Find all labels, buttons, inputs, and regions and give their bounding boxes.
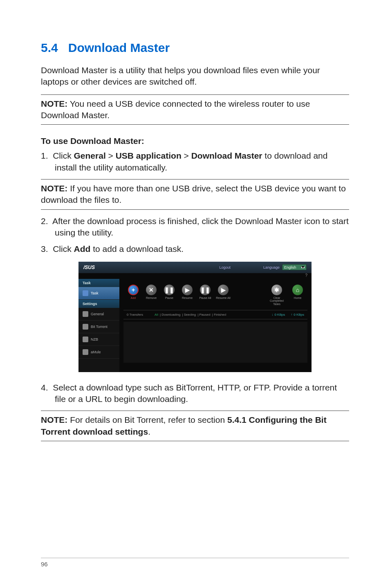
asus-logo: /SUS	[83, 265, 219, 270]
step-num: 4.	[41, 383, 48, 392]
note-label: NOTE:	[41, 184, 67, 193]
intro-paragraph: Download Master is a utility that helps …	[41, 65, 349, 88]
txt: >	[106, 151, 116, 160]
sidebar: Task Task Settings General Bit Torrent N…	[78, 279, 119, 372]
task-list-area	[123, 322, 307, 363]
help-icon[interactable]: ?	[305, 273, 307, 278]
note-box-1: NOTE: You need a USB device connected to…	[41, 94, 349, 125]
play-icon: ▶	[182, 285, 193, 295]
language-label: Language	[263, 265, 280, 269]
transfers-count: 0 Transfers	[127, 313, 143, 316]
txt: After the download process is finished, …	[52, 216, 349, 237]
x-icon: ✕	[146, 285, 157, 295]
wrench-icon	[83, 337, 88, 342]
resume-button[interactable]: ▶Resume	[180, 285, 195, 300]
asterisk-icon: ✱	[271, 285, 282, 295]
remove-button[interactable]: ✕Remove	[144, 285, 159, 300]
sidebar-item-general[interactable]: General	[78, 308, 119, 321]
bold: Download Master	[191, 151, 262, 160]
sidebar-item-label: General	[91, 312, 104, 316]
tool-label: Home	[294, 296, 302, 300]
help-bar: ?	[78, 273, 312, 279]
download-speed: 0 KBps	[271, 313, 285, 316]
tool-label: Resume	[182, 296, 193, 300]
add-button[interactable]: +Add	[126, 285, 141, 300]
step-2-item: 2. After the download process is finishe…	[41, 215, 349, 239]
pause-icon: ❚❚	[164, 285, 175, 295]
filter-seeding[interactable]: | Seeding	[182, 313, 196, 316]
section-name: Download Master	[68, 41, 170, 54]
language-value: English	[284, 265, 296, 269]
tool-label: Pause All	[199, 296, 211, 300]
resume-all-button[interactable]: ▶Resume All	[216, 285, 231, 300]
tool-label: Add	[131, 296, 136, 300]
wrench-icon	[83, 311, 88, 317]
pause-all-icon: ❚❚	[200, 285, 211, 295]
note-text: You need a USB device connected to the w…	[41, 99, 310, 120]
step-4-item: 4. Select a download type such as BitTor…	[41, 382, 349, 405]
note-label: NOTE:	[41, 99, 67, 108]
pause-all-button[interactable]: ❚❚Pause All	[198, 285, 213, 300]
filter-bar: 0 Transfers All | Downloading | Seeding …	[123, 310, 307, 319]
clear-completed-button[interactable]: ✱Clear Completed Tasks	[267, 285, 287, 306]
sidebar-item-task[interactable]: Task	[78, 287, 119, 300]
language-select[interactable]: English	[282, 264, 307, 270]
tool-label: Clear Completed Tasks	[267, 296, 287, 306]
task-icon	[83, 290, 88, 296]
bold: Add	[74, 244, 91, 254]
tool-label: Remove	[146, 296, 157, 300]
txt: Click	[53, 151, 74, 160]
txt: Select a download type such as BitTorren…	[53, 383, 337, 404]
logout-link[interactable]: Logout	[219, 265, 231, 269]
note-text: For details on Bit Torrent, refer to sec…	[67, 415, 227, 424]
step-num: 3.	[41, 244, 48, 254]
speed-indicators: 0 KBps 0 KBps	[271, 313, 304, 316]
upload-speed: 0 KBps	[291, 313, 304, 316]
sidebar-item-nzb[interactable]: NZB	[78, 333, 119, 346]
app-header: /SUS Logout Language English	[78, 262, 312, 273]
subheading: To use Download Master:	[41, 136, 349, 146]
app-body: Task Task Settings General Bit Torrent N…	[78, 279, 312, 372]
step-1-item: 1. Click General > USB application > Dow…	[41, 150, 349, 173]
note-box-2: NOTE: If you have more than one USB driv…	[41, 179, 349, 210]
home-button[interactable]: ⌂Home	[290, 285, 305, 300]
filter-finished[interactable]: | Finished	[212, 313, 226, 316]
download-master-screenshot: /SUS Logout Language English ? Task Task…	[78, 262, 312, 372]
filter-downloading[interactable]: | Downloading	[160, 313, 181, 316]
note-box-3: NOTE: For details on Bit Torrent, refer …	[41, 411, 349, 441]
txt: to add a download task.	[90, 244, 184, 254]
bold: General	[74, 151, 106, 160]
main-panel: +Add ✕Remove ❚❚Pause ▶Resume ❚❚Pause All…	[119, 279, 312, 372]
tool-label: Pause	[165, 296, 173, 300]
step-num: 1.	[41, 151, 48, 160]
note-text: If you have more than one USB drive, sel…	[41, 184, 346, 204]
filter-paused[interactable]: | Paused	[197, 313, 210, 316]
note-label: NOTE:	[41, 415, 67, 424]
sidebar-item-amule[interactable]: aMule	[78, 346, 119, 359]
sidebar-item-label: Bit Torrent	[91, 325, 108, 329]
sidebar-item-bittorrent[interactable]: Bit Torrent	[78, 321, 119, 333]
tool-label: Resume All	[216, 296, 230, 300]
section-number: 5.4	[41, 41, 58, 54]
bold: USB application	[116, 151, 182, 160]
step-num: 2.	[41, 216, 48, 226]
sidebar-section-settings: Settings	[78, 300, 119, 308]
sidebar-item-label: Task	[91, 291, 99, 295]
sidebar-item-label: aMule	[91, 350, 101, 354]
txt: Click	[53, 244, 74, 254]
filter-all[interactable]: All	[155, 313, 158, 316]
arrow-up-icon	[291, 313, 292, 316]
arrow-down-icon	[271, 313, 273, 316]
home-icon: ⌂	[292, 285, 303, 295]
pause-button[interactable]: ❚❚Pause	[162, 285, 177, 300]
sidebar-section-task: Task	[78, 279, 119, 287]
plus-icon: +	[128, 285, 139, 295]
toolbar: +Add ✕Remove ❚❚Pause ▶Resume ❚❚Pause All…	[123, 283, 307, 307]
sidebar-item-label: NZB	[91, 337, 98, 341]
wrench-icon	[83, 324, 88, 330]
txt: >	[182, 151, 191, 160]
section-title: 5.4 Download Master	[41, 41, 349, 55]
wrench-icon	[83, 349, 88, 355]
step-3-item: 3. Click Add to add a download task.	[41, 243, 349, 255]
resume-all-icon: ▶	[218, 285, 229, 295]
